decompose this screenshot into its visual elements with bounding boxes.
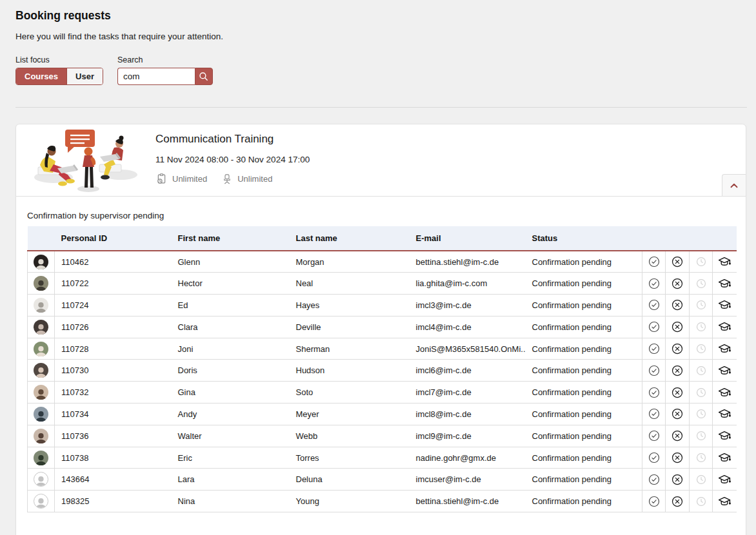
waiting-list-cell [690,273,713,295]
graduation-cap-icon [717,342,731,356]
graduation-button[interactable] [717,277,731,291]
toggle-courses-button[interactable]: Courses [16,68,66,84]
table-row: 110722 Hector Neal lia.ghita@im-c.com Co… [28,273,737,295]
approve-button[interactable] [648,277,661,290]
personal-id-cell: 143664 [55,469,172,491]
approve-button[interactable] [648,320,661,333]
search-button[interactable] [195,68,213,85]
avatar [34,385,48,400]
avatar-cell [28,469,55,491]
reject-button[interactable] [671,429,684,442]
reject-button[interactable] [671,298,684,311]
course-info: Communication Training 11 Nov 2024 08:00… [155,124,310,196]
graduation-button[interactable] [717,364,731,378]
page-title: Booking requests [15,9,747,23]
reject-cell [666,469,690,491]
approve-check-circle-icon [648,451,661,464]
reject-button[interactable] [671,320,684,333]
reject-button[interactable] [671,364,684,377]
graduation-button[interactable] [717,407,731,421]
first-name-cell: Nina [172,491,290,512]
personal-id-cell: 110732 [55,382,172,404]
toggle-user-button[interactable]: User [66,68,103,84]
reject-button[interactable] [671,451,684,464]
email-cell: bettina.stiehl@im-c.de [410,251,526,273]
page-subtitle: Here you will find the tasks that requir… [15,32,747,41]
status-cell: Confirmation pending [526,338,642,360]
graduation-button[interactable] [717,451,731,465]
reject-button[interactable] [671,495,684,508]
graduation-button[interactable] [717,298,731,312]
approve-button[interactable] [648,298,661,311]
graduation-cap-icon [717,451,731,465]
course-card: Communication Training 11 Nov 2024 08:00… [15,124,746,535]
avatar-cell [28,404,55,425]
last-name-cell: Hayes [290,295,410,316]
seats-value: Unlimited [237,174,272,184]
waiting-list-button [695,474,707,485]
enrollment-cell [713,273,737,295]
personal-id-cell: 198325 [55,491,172,512]
avatar [34,276,48,291]
graduation-cap-icon [717,320,731,334]
approve-check-circle-icon [648,277,661,290]
avatar-cell [28,425,55,447]
first-name-cell: Lara [172,469,290,491]
graduation-cap-icon [717,364,731,378]
status-cell: Confirmation pending [526,295,642,316]
approve-button[interactable] [648,386,661,399]
graduation-button[interactable] [717,385,731,400]
avatar-cell [28,382,55,404]
graduation-button[interactable] [717,255,731,269]
pending-section-title: Confirmation by supervisor pending [27,211,735,220]
reject-x-circle-icon [671,495,684,508]
search-input[interactable] [117,68,195,85]
enrollment-cell [713,316,737,338]
waiting-list-button [695,496,707,507]
reject-button[interactable] [671,386,684,399]
reject-button[interactable] [671,473,684,486]
email-cell: imcl7@im-c.de [410,382,526,404]
graduation-cap-icon [717,494,731,509]
section-divider [15,107,747,108]
avatar [34,451,48,465]
approve-check-circle-icon [648,298,661,311]
reject-button[interactable] [671,277,684,290]
first-name-cell: Joni [172,338,290,360]
approve-button[interactable] [648,429,661,442]
email-cell: imcl3@im-c.de [410,295,526,316]
approve-button[interactable] [648,495,661,508]
approve-button[interactable] [648,255,661,268]
enrollment-cell [713,382,737,404]
graduation-button[interactable] [717,494,731,509]
last-name-cell: Young [290,491,410,512]
graduation-button[interactable] [717,320,731,334]
approve-check-circle-icon [648,364,661,377]
approve-button[interactable] [648,407,661,420]
waiting-list-cell [690,316,713,338]
reject-button[interactable] [671,407,684,420]
status-cell: Confirmation pending [526,491,642,512]
first-name-cell: Walter [172,425,290,447]
reject-button[interactable] [671,342,684,355]
approve-button[interactable] [648,342,661,355]
clock-icon [695,474,707,485]
status-cell: Confirmation pending [526,382,642,404]
booking-requests-table: Personal ID First name Last name E-mail … [27,226,737,512]
graduation-button[interactable] [717,472,731,487]
approve-button[interactable] [648,364,661,377]
graduation-button[interactable] [717,429,731,443]
reject-button[interactable] [671,255,684,268]
list-focus-toggle: Courses User [15,68,103,85]
table-row: 110732 Gina Soto imcl7@im-c.de Confirmat… [28,382,737,404]
graduation-cap-icon [717,255,731,269]
approve-button[interactable] [648,451,661,464]
collapse-button[interactable] [722,174,746,196]
approve-button[interactable] [648,473,661,486]
approve-cell [642,491,666,512]
avatar [34,472,48,487]
waiting-list-cell [690,447,713,469]
status-cell: Confirmation pending [526,316,642,338]
graduation-button[interactable] [717,342,731,356]
avatar [34,298,48,313]
